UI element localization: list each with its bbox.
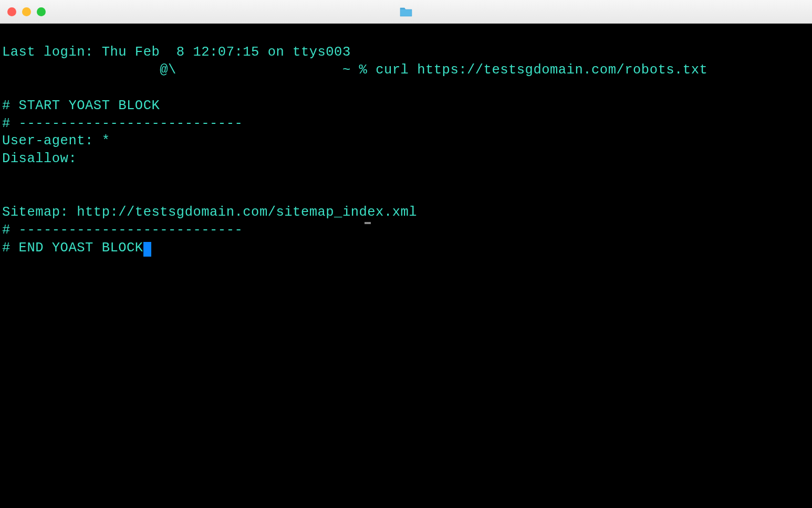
output-line-2: # ---------------------------: [2, 116, 243, 131]
output-line-7: Sitemap: http://testsgdomain.com/sitemap…: [2, 205, 417, 220]
prompt-path: ~ %: [342, 62, 367, 78]
cursor-block: [143, 242, 151, 257]
terminal-content[interactable]: Last login: Thu Feb 8 12:07:15 on ttys00…: [0, 24, 812, 508]
output-line-9: # END YOAST BLOCK: [2, 240, 143, 256]
close-button[interactable]: [7, 7, 16, 16]
command-text: curl https://testsgdomain.com/robots.txt: [376, 62, 707, 78]
prompt-line: @\ ~ % curl https://testsgdomain.com/rob…: [2, 61, 810, 79]
maximize-button[interactable]: [37, 7, 46, 16]
window-controls: [7, 7, 46, 16]
user-host: @\: [160, 62, 176, 78]
output-line-1: # START YOAST BLOCK: [2, 98, 160, 113]
folder-icon: [399, 6, 413, 17]
output-line-8: # ---------------------------: [2, 223, 243, 238]
window-titlebar: [0, 0, 812, 24]
last-login-line: Last login: Thu Feb 8 12:07:15 on ttys00…: [2, 45, 351, 60]
output-line-4: Disallow:: [2, 151, 77, 166]
minimize-button[interactable]: [22, 7, 31, 16]
output-line-3: User-agent: *: [2, 133, 110, 149]
dim-cursor: [365, 222, 371, 224]
